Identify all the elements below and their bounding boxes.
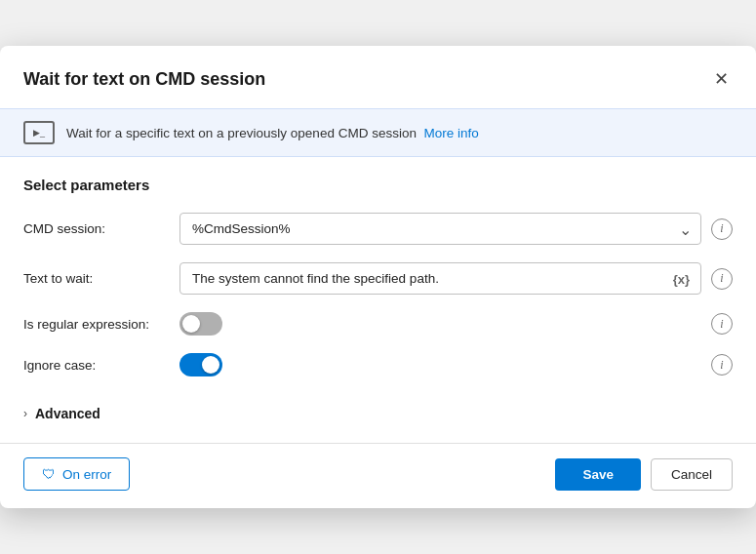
is-regex-info-icon[interactable]: i <box>711 313 733 335</box>
text-to-wait-input[interactable] <box>179 262 701 295</box>
cmd-session-select[interactable]: %CmdSession% <box>179 213 701 245</box>
cmd-session-info-icon[interactable]: i <box>711 218 733 240</box>
cmd-session-control: %CmdSession% ⌄ i <box>179 213 733 245</box>
banner-text: Wait for a specific text on a previously… <box>66 126 479 140</box>
is-regex-row: Is regular expression: i <box>23 312 733 336</box>
text-to-wait-input-wrap: {x} <box>179 262 701 295</box>
info-banner: Wait for a specific text on a previously… <box>0 108 756 157</box>
variable-button[interactable]: {x} <box>669 269 694 288</box>
ignore-case-info-icon[interactable]: i <box>711 354 733 376</box>
cmd-icon <box>23 121 55 144</box>
ignore-case-toggle-wrap <box>179 353 222 376</box>
ignore-case-toggle[interactable] <box>179 353 222 376</box>
dialog: Wait for text on CMD session ✕ Wait for … <box>0 46 756 508</box>
cancel-button[interactable]: Cancel <box>651 458 733 491</box>
cmd-session-label: CMD session: <box>23 221 179 236</box>
is-regex-control: i <box>179 312 733 336</box>
ignore-case-track <box>179 353 222 376</box>
ignore-case-label: Ignore case: <box>23 358 179 373</box>
footer: 🛡 On error Save Cancel <box>0 444 756 508</box>
is-regex-label: Is regular expression: <box>23 317 179 332</box>
advanced-chevron-icon: › <box>23 407 27 420</box>
banner-description: Wait for a specific text on a previously… <box>66 126 417 140</box>
is-regex-toggle-wrap <box>179 312 222 336</box>
footer-right: Save Cancel <box>555 458 733 491</box>
text-to-wait-label: Text to wait: <box>23 271 179 286</box>
close-button[interactable]: ✕ <box>705 63 736 95</box>
on-error-label: On error <box>62 467 111 482</box>
on-error-button[interactable]: 🛡 On error <box>23 457 130 491</box>
cmd-session-select-wrap: %CmdSession% ⌄ <box>179 213 701 245</box>
ignore-case-row: Ignore case: i <box>23 353 733 376</box>
cmd-session-row: CMD session: %CmdSession% ⌄ i <box>23 213 733 245</box>
text-to-wait-info-icon[interactable]: i <box>711 268 733 290</box>
ignore-case-thumb <box>202 356 219 374</box>
section-title: Select parameters <box>23 177 733 193</box>
ignore-case-control: i <box>179 353 733 376</box>
more-info-link[interactable]: More info <box>423 126 478 140</box>
text-to-wait-row: Text to wait: {x} i <box>23 262 733 295</box>
form-content: Select parameters CMD session: %CmdSessi… <box>0 157 756 435</box>
title-bar: Wait for text on CMD session ✕ <box>0 46 756 108</box>
is-regex-toggle[interactable] <box>179 312 222 336</box>
save-button[interactable]: Save <box>555 458 641 491</box>
is-regex-track <box>179 312 222 336</box>
advanced-label: Advanced <box>35 406 100 421</box>
is-regex-thumb <box>182 315 200 333</box>
text-to-wait-control: {x} i <box>179 262 733 295</box>
advanced-section[interactable]: › Advanced <box>23 394 733 425</box>
dialog-title: Wait for text on CMD session <box>23 69 265 90</box>
shield-icon: 🛡 <box>42 466 56 482</box>
